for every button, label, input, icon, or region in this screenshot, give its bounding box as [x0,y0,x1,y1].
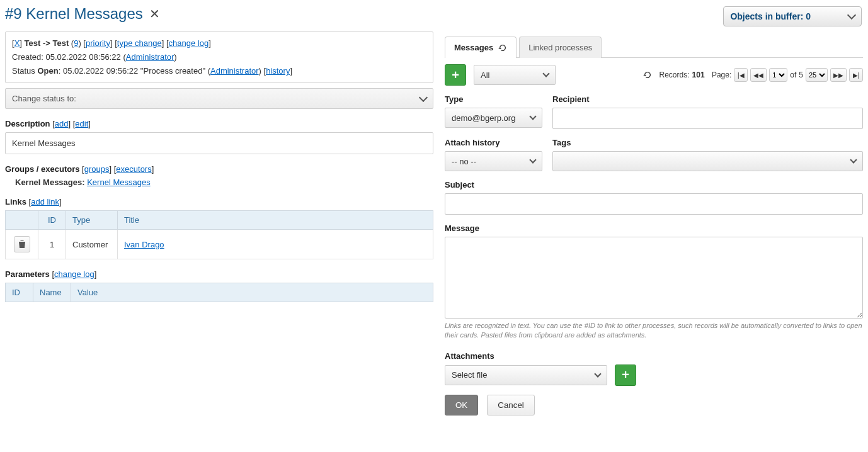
col-title: Title [118,211,433,230]
subject-input[interactable] [445,193,863,215]
executors-link[interactable]: executors [116,164,151,174]
recipient-label: Recipient [552,94,863,104]
chevron-down-icon [529,156,536,163]
col-value: Value [71,283,433,302]
page-first-button[interactable]: |◀ [734,68,748,82]
table-row: 1 Customer Ivan Drago [6,230,433,259]
tags-label: Tags [552,138,863,147]
message-label: Message [445,223,863,233]
description-value: Kernel Messages [5,132,433,154]
status-by-link[interactable]: Administrator [210,66,259,76]
buffer-label: Objects in buffer: [730,11,803,21]
page-of: of [790,71,796,79]
add-attachment-button[interactable]: + [615,364,636,386]
tab-linked-processes[interactable]: Linked processes [519,37,602,58]
page-total: 5 [799,71,803,79]
created-label: Created: [12,52,43,62]
right-tabs: Messages Linked processes [445,37,863,58]
col-type: Type [66,211,118,230]
change-status-dropdown[interactable]: Change status to: [5,88,433,109]
pager: Records: 101 Page: |◀ ◀◀ 1 of 5 25 ▶▶ ▶| [643,68,863,82]
cell-type: Customer [66,230,118,259]
x-link[interactable]: X [14,38,20,48]
type-dropdown[interactable]: demo@bgerp.org [445,108,542,128]
col-id: ID [6,283,33,302]
created-ts: 05.02.2022 08:56:22 [46,52,121,62]
col-id: ID [38,211,66,230]
groups-link[interactable]: groups [84,164,110,174]
attachments-label: Attachments [445,351,863,361]
group-value-link[interactable]: Kernel Messages [87,178,150,187]
refresh-icon [498,43,507,52]
chevron-down-icon [594,370,601,377]
parameters-table: ID Name Value [5,283,433,302]
delete-row-button[interactable] [14,236,30,252]
add-message-button[interactable]: + [445,64,466,86]
col-name: Name [33,283,71,302]
page-current-select[interactable]: 1 [769,68,787,82]
select-file-dropdown[interactable]: Select file [445,365,607,385]
links-heading: Links [add link] [5,197,433,206]
status-label: Status [12,66,35,76]
group-label: Kernel Messages: [15,178,85,187]
filter-dropdown[interactable]: All [474,65,556,85]
chevron-down-icon [419,93,428,102]
chevron-down-icon [529,113,536,120]
tab-messages[interactable]: Messages [445,37,517,58]
attach-history-dropdown[interactable]: -- no -- [445,151,542,171]
parameters-heading: Parameters [change log] [5,269,433,279]
status-msg: "Process created" [140,66,205,76]
priority-link[interactable]: priority [86,38,110,48]
created-by-link[interactable]: Administrator [126,52,174,62]
page-next-button[interactable]: ▶▶ [830,68,847,82]
chevron-down-icon [850,156,857,163]
parameters-change-log-link[interactable]: change log [54,269,94,279]
records-label: Records: [660,71,690,79]
type-label: Type [445,94,542,104]
description-edit-link[interactable]: edit [75,119,88,128]
page-size-select[interactable]: 25 [806,68,828,82]
trash-icon [18,240,26,249]
links-table: ID Type Title 1 Customer Iv [5,210,433,259]
cell-id: 1 [38,230,66,259]
objects-in-buffer-button[interactable]: Objects in buffer: 0 [723,6,862,26]
add-link-link[interactable]: add link [31,197,59,206]
page-last-button[interactable]: ▶| [849,68,863,82]
refresh-icon[interactable] [643,71,652,79]
recipient-input[interactable] [552,108,863,129]
test-id-link[interactable]: 9 [74,38,78,48]
change-log-link[interactable]: change log [169,38,209,48]
test-label: Test -> Test [25,38,69,48]
page-prev-button[interactable]: ◀◀ [750,68,767,82]
message-hint: Links are recognized in text. You can us… [445,321,863,340]
attach-history-label: Attach history [445,138,542,147]
cancel-button[interactable]: Cancel [487,395,535,415]
groups-heading: Groups / executors [groups] [executors] [5,164,433,174]
chevron-down-icon [542,70,549,77]
message-textarea[interactable] [445,237,863,319]
ok-button[interactable]: OK [445,395,478,415]
type-change-link[interactable]: type change [117,38,162,48]
description-add-link[interactable]: add [55,119,69,128]
status-value: Open [37,66,58,76]
tags-dropdown[interactable] [552,151,863,171]
subject-label: Subject [445,180,863,189]
history-link[interactable]: history [266,66,290,76]
buffer-count: 0 [806,11,811,21]
status-ts: 05.02.2022 09:56:22 [63,66,138,76]
cell-title-link[interactable]: Ivan Drago [124,240,164,249]
page-label: Page: [712,71,731,79]
close-icon[interactable]: ✕ [149,6,160,21]
records-count: 101 [692,71,705,79]
chevron-down-icon [847,11,856,20]
description-heading: Description [add] [edit] [5,119,433,128]
process-info-box: [X] Test -> Test (9) [priority] [type ch… [5,31,433,83]
